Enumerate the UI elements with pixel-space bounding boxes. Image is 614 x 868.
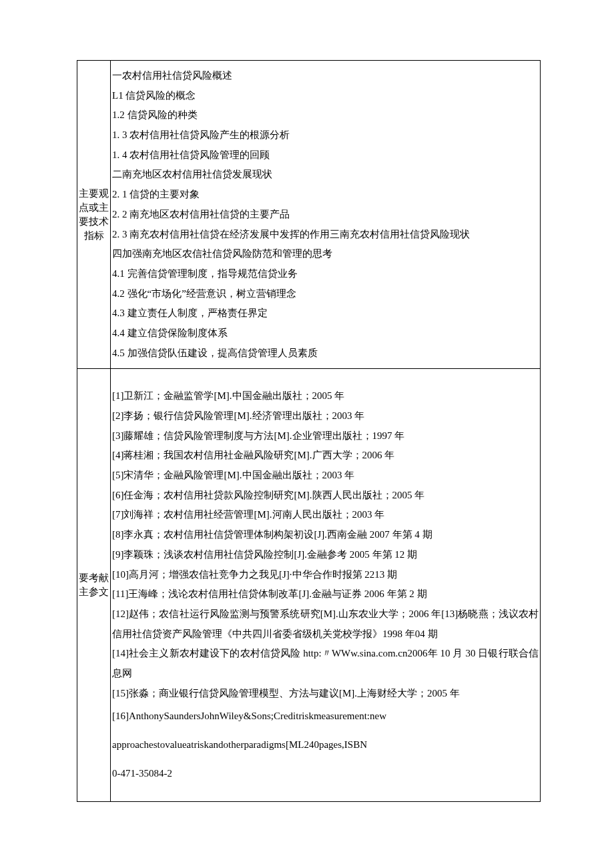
reference-item: [2]李扬；银行信贷风险管理[M].经济管理出版社；2003 年 (112, 406, 539, 426)
outline-line: 4.3 建立责任人制度，严格责任界定 (112, 304, 539, 324)
outline-line: 2. 1 信贷的主要对象 (112, 185, 539, 205)
reference-item: 0-471-35084-2 (112, 761, 539, 789)
references-block: [1]卫新江；金融监管学[M].中国金融出版社；2005 年 [2]李扬；银行信… (112, 374, 539, 796)
document-table: 主要观点或主要技术指标 一农村信用社信贷风险概述 L1 信贷风险的概念 1.2 … (77, 60, 541, 802)
outline-line: 1. 4 农村信用社信贷风险管理的回顾 (112, 145, 539, 165)
outline-line: 4.2 强化“市场化”经营意识，树立营销理念 (112, 284, 539, 304)
outline-line: 2. 2 南充地区农村信用社信贷的主要产品 (112, 205, 539, 225)
outline-line: 1.2 信贷风险的种类 (112, 105, 539, 125)
reference-item: [1]卫新江；金融监管学[M].中国金融出版社；2005 年 (112, 386, 539, 406)
outline-line: 4.5 加强信贷队伍建设，提高信贷管理人员素质 (112, 344, 539, 364)
outline-line: 四加强南充地区农信社信贷风险防范和管理的思考 (112, 244, 539, 264)
reference-item: [9]李颖珠；浅谈农村信用社信贷风险控制[J].金融参考 2005 年第 12 … (112, 545, 539, 565)
reference-item: [11]王海峰；浅论农村信用社信贷体制改革[J].金融与证券 2006 年第 2… (112, 584, 539, 604)
reference-item: [3]藤耀雄；信贷风险管理制度与方法[M].企业管理出版社；1997 年 (112, 426, 539, 446)
outline-line: L1 信贷风险的概念 (112, 86, 539, 106)
reference-item: [4]蒋桂湘；我国农村信用社金融风险研究[M].广西大学；2006 年 (112, 446, 539, 466)
reference-item: [7]刘海祥；农村信用社经营管理[M].河南人民出版社；2003 年 (112, 505, 539, 525)
outline-line: 4.1 完善信贷管理制度，指导规范信贷业务 (112, 264, 539, 284)
row2-label-cell: 要考献主参文 (77, 369, 111, 802)
reference-item: [6]任金海；农村信用社贷款风险控制研究[M].陕西人民出版社；2005 年 (112, 486, 539, 506)
row2-label: 要考献主参文 (79, 571, 109, 599)
outline-line: 1. 3 农村信用社信贷风险产生的根源分析 (112, 125, 539, 145)
reference-item: [10]高月河；增强农信社竞争力之我见[J]·中华合作时报第 2213 期 (112, 565, 539, 585)
reference-item: [14]社会主义新农村建设下的农村信贷风险 http:〃WWw.sina.com… (112, 644, 539, 683)
reference-item: [16]AnthonySaundersJohnWiley&Sons;Credit… (112, 703, 539, 732)
reference-item: [8]李永真；农村信用社信贷管理体制构架初设[J].西南金融 2007 年第 4… (112, 525, 539, 545)
row2-content-cell: [1]卫新江；金融监管学[M].中国金融出版社；2005 年 [2]李扬；银行信… (111, 369, 541, 802)
row1-label-cell: 主要观点或主要技术指标 (77, 61, 111, 369)
outline-line: 2. 3 南充农村信用社信贷在经济发展中发挥的作用三南充农村信用社信贷风险现状 (112, 225, 539, 245)
row1-content-cell: 一农村信用社信贷风险概述 L1 信贷风险的概念 1.2 信贷风险的种类 1. 3… (111, 61, 541, 369)
outline-line: 4.4 建立信贷保险制度体系 (112, 324, 539, 344)
reference-item: [5]宋清华；金融风险管理[M].中国金融出版社；2003 年 (112, 466, 539, 486)
outline-line: 二南充地区农村信用社信贷发展现状 (112, 165, 539, 185)
outline-line: 一农村信用社信贷风险概述 (112, 66, 539, 86)
reference-item: [15]张淼；商业银行信贷风险管理模型、方法与建议[M].上海财经大学；2005… (112, 684, 539, 704)
row1-label: 主要观点或主要技术指标 (79, 187, 109, 243)
reference-item: [12]赵伟；农信社运行风险监测与预警系统研究[M].山东农业大学；2006 年… (112, 604, 539, 644)
reference-item: approachestovalueatriskandotherparadigms… (112, 732, 539, 761)
